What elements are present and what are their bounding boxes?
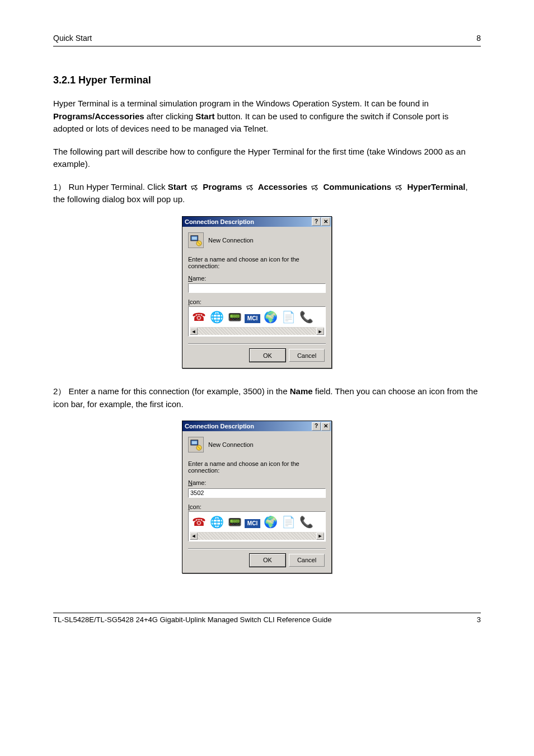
name-input[interactable]	[188, 488, 326, 498]
dialog-separator	[188, 343, 326, 344]
header-left: Quick Start	[53, 34, 92, 43]
conn-icon[interactable]: 📟	[227, 309, 242, 325]
conn-icon[interactable]: ☎	[191, 309, 207, 325]
dialog-title: Connection Description	[185, 423, 254, 430]
svg-rect-1	[192, 236, 197, 240]
new-connection-label: New Connection	[208, 441, 254, 448]
footer-right: 3	[477, 615, 481, 624]
conn-icon[interactable]: 📄	[280, 309, 296, 325]
paragraph-2: The following part will describe how to …	[53, 146, 481, 171]
conn-icon[interactable]: 📞	[298, 514, 314, 530]
scroll-left-button[interactable]: ◄	[190, 533, 198, 540]
conn-icon[interactable]: 📄	[280, 514, 296, 530]
icon-label: Icon:	[188, 503, 326, 510]
cancel-button[interactable]: Cancel	[289, 349, 325, 362]
conn-icon[interactable]: MCI	[245, 309, 260, 325]
footer-left: TL-SL5428E/TL-SG5428 24+4G Gigabit-Uplin…	[53, 615, 332, 624]
conn-icon[interactable]: MCI	[245, 514, 260, 530]
footer-rule	[53, 613, 481, 613]
step-2: 2） Enter a name for this connection (for…	[53, 385, 481, 410]
help-button[interactable]: ?	[312, 217, 321, 226]
name-label: Name:	[188, 275, 326, 282]
new-connection-label: New Connection	[208, 237, 254, 244]
connection-description-dialog: Connection Description ? ✕ New Connectio…	[182, 216, 332, 369]
cancel-button[interactable]: Cancel	[289, 554, 325, 567]
scroll-right-button[interactable]: ►	[316, 328, 324, 335]
conn-icon[interactable]: 📟	[227, 514, 242, 530]
dialog-title-bar: Connection Description ? ✕	[182, 421, 331, 431]
scroll-left-button[interactable]: ◄	[190, 328, 198, 335]
scroll-right-button[interactable]: ►	[316, 533, 324, 540]
ok-button[interactable]: OK	[250, 554, 285, 567]
conn-icon[interactable]: ☎	[191, 514, 207, 530]
conn-icon[interactable]: 🌐	[209, 309, 224, 325]
arrow-icon	[395, 182, 403, 190]
new-connection-icon	[188, 437, 204, 452]
step-1: 1） Run Hyper Terminal. Click Start Progr…	[53, 181, 481, 206]
header-rule	[53, 46, 481, 46]
close-button[interactable]: ✕	[321, 217, 330, 226]
svg-rect-4	[192, 441, 197, 445]
arrow-icon	[246, 182, 254, 190]
conn-icon[interactable]: 🌍	[263, 514, 278, 530]
conn-icon[interactable]: 📞	[298, 309, 314, 325]
help-button[interactable]: ?	[312, 422, 321, 431]
close-button[interactable]: ✕	[321, 422, 330, 431]
arrow-icon	[311, 182, 319, 190]
dialog-instruction: Enter a name and choose an icon for the …	[188, 256, 326, 269]
icon-scrollbar[interactable]: ◄ ►	[190, 532, 324, 540]
dialog-title: Connection Description	[185, 218, 254, 225]
name-input[interactable]	[188, 283, 326, 293]
icon-label: Icon:	[188, 298, 326, 305]
section-title: 3.2.1 Hyper Terminal	[53, 74, 481, 86]
header-right: 8	[476, 34, 481, 43]
dialog-separator	[188, 548, 326, 549]
connection-description-dialog: Connection Description ? ✕ New Connectio…	[182, 421, 332, 573]
conn-icon[interactable]: 🌐	[209, 514, 224, 530]
paragraph-1: Hyper Terminal is a terminal simulation …	[53, 97, 481, 136]
name-label: Name:	[188, 479, 326, 486]
arrow-icon	[191, 182, 199, 190]
conn-icon[interactable]: 🌍	[263, 309, 278, 325]
dialog-title-bar: Connection Description ? ✕	[182, 217, 331, 227]
dialog-instruction: Enter a name and choose an icon for the …	[188, 460, 326, 474]
icon-list[interactable]: ☎ 🌐 📟 MCI 🌍 📄 📞 ◄ ►	[188, 511, 326, 542]
new-connection-icon	[188, 232, 204, 248]
icon-list[interactable]: ☎ 🌐 📟 MCI 🌍 📄 📞 ◄ ►	[188, 306, 326, 337]
icon-scrollbar[interactable]: ◄ ►	[190, 327, 324, 335]
ok-button[interactable]: OK	[250, 349, 285, 362]
